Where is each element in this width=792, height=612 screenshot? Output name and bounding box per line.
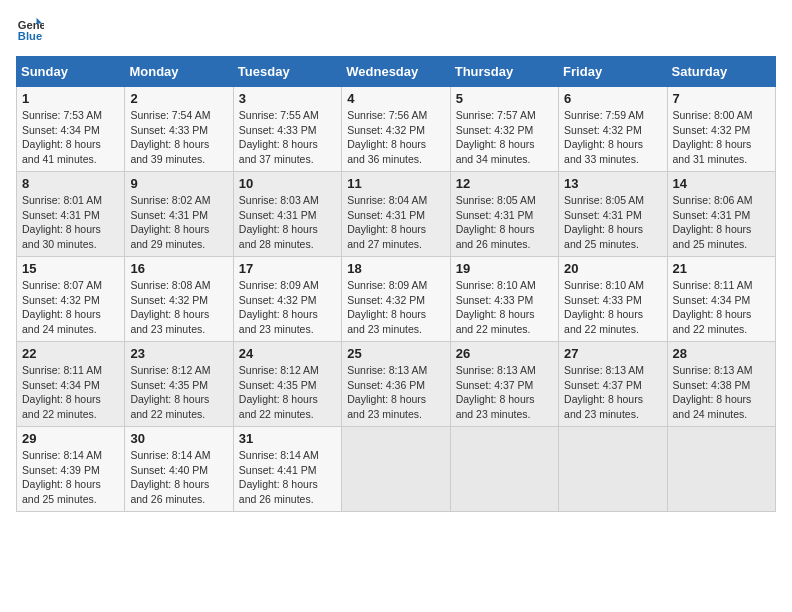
day-info: Sunrise: 7:57 AMSunset: 4:32 PMDaylight:… [456,108,553,167]
calendar-cell: 12Sunrise: 8:05 AMSunset: 4:31 PMDayligh… [450,172,558,257]
day-info: Sunrise: 7:53 AMSunset: 4:34 PMDaylight:… [22,108,119,167]
day-number: 29 [22,431,119,446]
day-info: Sunrise: 8:12 AMSunset: 4:35 PMDaylight:… [130,363,227,422]
day-info: Sunrise: 8:11 AMSunset: 4:34 PMDaylight:… [22,363,119,422]
day-number: 23 [130,346,227,361]
column-header-sunday: Sunday [17,57,125,87]
logo: General Blue [16,16,48,44]
calendar-cell: 16Sunrise: 8:08 AMSunset: 4:32 PMDayligh… [125,257,233,342]
day-info: Sunrise: 8:05 AMSunset: 4:31 PMDaylight:… [564,193,661,252]
day-number: 16 [130,261,227,276]
calendar-cell: 3Sunrise: 7:55 AMSunset: 4:33 PMDaylight… [233,87,341,172]
calendar-cell: 19Sunrise: 8:10 AMSunset: 4:33 PMDayligh… [450,257,558,342]
day-info: Sunrise: 8:03 AMSunset: 4:31 PMDaylight:… [239,193,336,252]
day-number: 24 [239,346,336,361]
day-number: 7 [673,91,770,106]
day-info: Sunrise: 8:09 AMSunset: 4:32 PMDaylight:… [347,278,444,337]
day-number: 31 [239,431,336,446]
column-header-monday: Monday [125,57,233,87]
calendar-cell: 31Sunrise: 8:14 AMSunset: 4:41 PMDayligh… [233,427,341,512]
day-info: Sunrise: 8:14 AMSunset: 4:40 PMDaylight:… [130,448,227,507]
day-number: 13 [564,176,661,191]
calendar-cell: 24Sunrise: 8:12 AMSunset: 4:35 PMDayligh… [233,342,341,427]
day-number: 6 [564,91,661,106]
calendar-cell: 7Sunrise: 8:00 AMSunset: 4:32 PMDaylight… [667,87,775,172]
day-info: Sunrise: 8:10 AMSunset: 4:33 PMDaylight:… [564,278,661,337]
calendar-cell: 13Sunrise: 8:05 AMSunset: 4:31 PMDayligh… [559,172,667,257]
calendar-cell [450,427,558,512]
day-info: Sunrise: 8:13 AMSunset: 4:37 PMDaylight:… [564,363,661,422]
calendar-cell [559,427,667,512]
day-number: 26 [456,346,553,361]
calendar-cell [667,427,775,512]
column-header-tuesday: Tuesday [233,57,341,87]
day-info: Sunrise: 8:01 AMSunset: 4:31 PMDaylight:… [22,193,119,252]
calendar-cell: 26Sunrise: 8:13 AMSunset: 4:37 PMDayligh… [450,342,558,427]
day-info: Sunrise: 8:13 AMSunset: 4:36 PMDaylight:… [347,363,444,422]
calendar-cell: 10Sunrise: 8:03 AMSunset: 4:31 PMDayligh… [233,172,341,257]
calendar-cell: 22Sunrise: 8:11 AMSunset: 4:34 PMDayligh… [17,342,125,427]
day-info: Sunrise: 8:04 AMSunset: 4:31 PMDaylight:… [347,193,444,252]
day-info: Sunrise: 8:07 AMSunset: 4:32 PMDaylight:… [22,278,119,337]
column-header-thursday: Thursday [450,57,558,87]
day-number: 27 [564,346,661,361]
column-header-wednesday: Wednesday [342,57,450,87]
day-number: 28 [673,346,770,361]
day-number: 30 [130,431,227,446]
calendar-header: SundayMondayTuesdayWednesdayThursdayFrid… [17,57,776,87]
day-info: Sunrise: 8:13 AMSunset: 4:37 PMDaylight:… [456,363,553,422]
day-info: Sunrise: 8:02 AMSunset: 4:31 PMDaylight:… [130,193,227,252]
day-info: Sunrise: 8:14 AMSunset: 4:41 PMDaylight:… [239,448,336,507]
day-info: Sunrise: 8:11 AMSunset: 4:34 PMDaylight:… [673,278,770,337]
day-number: 2 [130,91,227,106]
svg-text:General: General [18,19,44,31]
day-number: 4 [347,91,444,106]
day-number: 12 [456,176,553,191]
day-info: Sunrise: 8:08 AMSunset: 4:32 PMDaylight:… [130,278,227,337]
day-number: 5 [456,91,553,106]
day-info: Sunrise: 7:55 AMSunset: 4:33 PMDaylight:… [239,108,336,167]
day-number: 9 [130,176,227,191]
day-info: Sunrise: 8:13 AMSunset: 4:38 PMDaylight:… [673,363,770,422]
header-row: SundayMondayTuesdayWednesdayThursdayFrid… [17,57,776,87]
calendar-week-3: 15Sunrise: 8:07 AMSunset: 4:32 PMDayligh… [17,257,776,342]
calendar-cell: 17Sunrise: 8:09 AMSunset: 4:32 PMDayligh… [233,257,341,342]
column-header-saturday: Saturday [667,57,775,87]
day-number: 14 [673,176,770,191]
column-header-friday: Friday [559,57,667,87]
calendar-cell: 18Sunrise: 8:09 AMSunset: 4:32 PMDayligh… [342,257,450,342]
day-number: 8 [22,176,119,191]
calendar-cell: 23Sunrise: 8:12 AMSunset: 4:35 PMDayligh… [125,342,233,427]
day-info: Sunrise: 8:05 AMSunset: 4:31 PMDaylight:… [456,193,553,252]
calendar-cell: 2Sunrise: 7:54 AMSunset: 4:33 PMDaylight… [125,87,233,172]
day-number: 3 [239,91,336,106]
day-info: Sunrise: 8:14 AMSunset: 4:39 PMDaylight:… [22,448,119,507]
day-info: Sunrise: 7:56 AMSunset: 4:32 PMDaylight:… [347,108,444,167]
page-header: General Blue [16,16,776,44]
calendar-week-4: 22Sunrise: 8:11 AMSunset: 4:34 PMDayligh… [17,342,776,427]
day-number: 20 [564,261,661,276]
day-number: 19 [456,261,553,276]
day-info: Sunrise: 8:09 AMSunset: 4:32 PMDaylight:… [239,278,336,337]
calendar-week-5: 29Sunrise: 8:14 AMSunset: 4:39 PMDayligh… [17,427,776,512]
day-info: Sunrise: 7:54 AMSunset: 4:33 PMDaylight:… [130,108,227,167]
calendar-cell: 29Sunrise: 8:14 AMSunset: 4:39 PMDayligh… [17,427,125,512]
calendar-cell: 4Sunrise: 7:56 AMSunset: 4:32 PMDaylight… [342,87,450,172]
calendar-cell: 5Sunrise: 7:57 AMSunset: 4:32 PMDaylight… [450,87,558,172]
calendar-cell: 21Sunrise: 8:11 AMSunset: 4:34 PMDayligh… [667,257,775,342]
calendar-cell: 15Sunrise: 8:07 AMSunset: 4:32 PMDayligh… [17,257,125,342]
day-number: 15 [22,261,119,276]
logo-icon: General Blue [16,16,44,44]
day-info: Sunrise: 8:06 AMSunset: 4:31 PMDaylight:… [673,193,770,252]
calendar-cell: 6Sunrise: 7:59 AMSunset: 4:32 PMDaylight… [559,87,667,172]
day-info: Sunrise: 8:12 AMSunset: 4:35 PMDaylight:… [239,363,336,422]
calendar-cell: 28Sunrise: 8:13 AMSunset: 4:38 PMDayligh… [667,342,775,427]
calendar-cell: 20Sunrise: 8:10 AMSunset: 4:33 PMDayligh… [559,257,667,342]
day-number: 21 [673,261,770,276]
calendar-cell: 25Sunrise: 8:13 AMSunset: 4:36 PMDayligh… [342,342,450,427]
day-info: Sunrise: 7:59 AMSunset: 4:32 PMDaylight:… [564,108,661,167]
calendar-cell: 30Sunrise: 8:14 AMSunset: 4:40 PMDayligh… [125,427,233,512]
calendar-week-1: 1Sunrise: 7:53 AMSunset: 4:34 PMDaylight… [17,87,776,172]
day-number: 1 [22,91,119,106]
calendar-cell: 11Sunrise: 8:04 AMSunset: 4:31 PMDayligh… [342,172,450,257]
